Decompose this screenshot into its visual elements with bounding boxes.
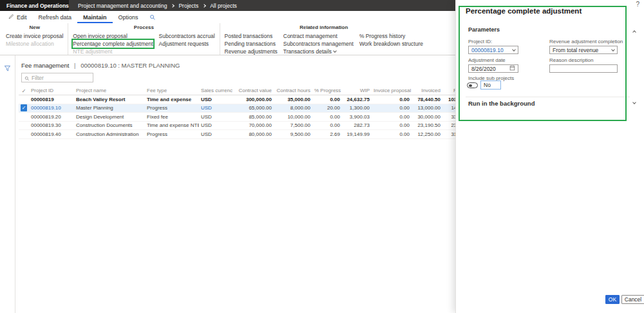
menu-item-adjustment-requests[interactable]: Adjustment requests [159, 40, 209, 48]
include-sub-projects-toggle[interactable] [467, 82, 478, 88]
grid-header-row: ✓ Project ID Project name Fee type Sales… [19, 86, 455, 95]
cell-wip: 1,300.00 [342, 105, 372, 111]
cell-invoiced: 13,000.00 [412, 105, 442, 111]
table-row[interactable]: 00000819.20 Design Development Fixed fee… [19, 113, 455, 122]
app-title[interactable]: Finance and Operations [0, 0, 69, 11]
menu-item-contract-management[interactable]: Contract management [283, 32, 337, 40]
menu-item-pending-transactions[interactable]: Pending transactions [225, 40, 276, 48]
parameters-section-header[interactable]: Parameters [468, 26, 500, 33]
cell-project-id[interactable]: 00000819 [29, 97, 74, 102]
cell-contract-value: 300,000.00 [232, 97, 274, 102]
menu-item-progress-history[interactable]: % Progress history [359, 32, 405, 40]
chevron-down-icon [512, 48, 516, 52]
tab-refresh-data[interactable]: Refresh data [33, 11, 78, 23]
reason-description-label: Reason description [549, 57, 620, 63]
search-icon[interactable] [144, 14, 161, 21]
menu-item-posted-transactions[interactable]: Posted transactions [225, 32, 273, 40]
table-row[interactable]: 00000819.30 Construction Documents Time … [19, 122, 455, 131]
grid-filter-input[interactable] [32, 75, 86, 81]
col-header-revenue[interactable]: Revenue [442, 88, 455, 93]
cell-progress: 20.00 [312, 105, 342, 111]
include-sub-projects-label: Include sub projects [468, 75, 539, 81]
reason-description-field[interactable] [549, 64, 618, 73]
calendar-icon[interactable] [509, 65, 515, 72]
row-checkbox-checked[interactable]: ✓ [19, 104, 29, 111]
cell-invoiced: 78,440.50 [412, 97, 442, 102]
help-icon[interactable]: ? [636, 1, 639, 8]
cell-fee-type: Time and expense [145, 97, 199, 102]
revenue-adjustment-completion-dropdown[interactable]: From total revenue [549, 46, 618, 54]
menu-item-percentage-complete-adjustment[interactable]: Percentage complete adjustment [73, 40, 153, 48]
col-header-invoiced[interactable]: Invoiced [412, 88, 442, 93]
col-header-contract-value[interactable]: Contract value [232, 88, 274, 93]
cell-progress: 2.69 [312, 131, 342, 137]
cell-sales-currency: USD [199, 131, 232, 137]
cell-project-name: Beach Valley Resort [74, 97, 145, 102]
tab-maintain[interactable]: Maintain [77, 11, 113, 23]
run-in-background-section-header[interactable]: Run in the background [468, 100, 535, 107]
cell-project-id[interactable]: 00000819.40 [29, 131, 74, 137]
action-pane-tabs: Edit Refresh data Maintain Options [0, 11, 455, 23]
cell-wip: 19,149.99 [342, 131, 372, 137]
table-row[interactable]: 00000819.40 Construction Administration … [19, 130, 455, 139]
dialog-title: Percentage complete adjustment [466, 7, 582, 15]
cancel-button[interactable]: Cancel [621, 295, 644, 304]
adjustment-date-label: Adjustment date [468, 57, 539, 63]
grid-caption: Fee management | 00000819.10 : MASTER PL… [15, 55, 455, 69]
breadcrumb-page[interactable]: All projects [210, 3, 237, 9]
col-header-fee-type[interactable]: Fee type [145, 88, 199, 93]
project-id-combobox[interactable]: 00000819.10 [468, 46, 518, 54]
col-header-project-name[interactable]: Project name [74, 88, 145, 93]
menu-item-subcontractors-accrual[interactable]: Subcontractors accrual [159, 32, 215, 40]
cell-project-name: Construction Documents [74, 122, 145, 128]
cell-revenue: 31,399.99 [442, 131, 455, 137]
grid-filter-box[interactable] [21, 73, 93, 82]
menu-item-transactions-details[interactable]: Transactions details [283, 48, 336, 55]
cell-progress: 0.00 [312, 97, 342, 102]
tab-edit-label: Edit [17, 14, 27, 21]
cell-project-id[interactable]: 00000819.30 [29, 122, 74, 128]
chevron-up-icon[interactable] [632, 30, 636, 34]
chevron-down-icon[interactable] [632, 100, 636, 104]
tab-options-label: Options [118, 14, 138, 21]
col-header-sales-currency[interactable]: Sales currency [199, 88, 232, 93]
cell-revenue: 33,900.03 [442, 114, 455, 120]
filter-funnel-icon[interactable] [4, 63, 11, 313]
col-header-project-id[interactable]: Project ID [29, 88, 74, 93]
grid-caption-separator: | [74, 62, 75, 69]
menu-item-create-invoice-proposal[interactable]: Create invoice proposal [6, 32, 63, 40]
adjustment-date-field[interactable]: 8/26/2020 [468, 64, 518, 73]
menu-item-revenue-adjustments[interactable]: Revenue adjustments [225, 48, 278, 55]
breadcrumb-area[interactable]: Projects [178, 3, 198, 9]
cell-fee-type: Progress [145, 131, 199, 137]
cell-project-id[interactable]: 00000819.20 [29, 114, 74, 120]
table-row[interactable]: 00000819 Beach Valley Resort Time and ex… [19, 95, 455, 104]
cell-project-id[interactable]: 00000819.10 [29, 105, 74, 111]
ok-button[interactable]: OK [605, 295, 620, 304]
include-sub-projects-value[interactable]: No [480, 81, 501, 90]
select-all-checkbox[interactable]: ✓ [19, 88, 29, 94]
col-header-invoice-proposal[interactable]: Invoice proposal [372, 88, 412, 93]
grid-caption-context: 00000819.10 : MASTER PLANNING [80, 62, 180, 69]
dialog-percentage-complete-adjustment: ? Percentage complete adjustment Paramet… [455, 0, 644, 313]
cell-invoice-proposal: 0.00 [372, 97, 412, 102]
toggle-knob [469, 84, 472, 88]
cell-fee-type: Time and expense NTE [145, 122, 199, 128]
breadcrumb: Project management and accounting Projec… [69, 0, 237, 11]
cell-invoiced: 23,190.50 [412, 122, 442, 128]
menu-item-nte-adjustment: NTE adjustment [73, 48, 112, 55]
cell-sales-currency: USD [199, 97, 232, 102]
section-divider [466, 97, 630, 97]
cell-project-name: Design Development [74, 114, 145, 120]
menu-item-subcontractors-management[interactable]: Subcontractors management [283, 40, 354, 48]
tab-edit[interactable]: Edit [3, 11, 33, 23]
breadcrumb-module[interactable]: Project management and accounting [78, 3, 167, 9]
col-header-progress[interactable]: % Progress [312, 88, 342, 93]
filter-pane-strip [0, 55, 15, 313]
tab-options[interactable]: Options [113, 11, 144, 23]
menu-item-open-invoice-proposal[interactable]: Open invoice proposal [73, 32, 128, 40]
col-header-contract-hours[interactable]: Contract hours [274, 88, 312, 93]
menu-item-work-breakdown-structure[interactable]: Work breakdown structure [359, 40, 423, 48]
table-row-selected[interactable]: ✓ 00000819.10 Master Planning Progress U… [19, 104, 455, 113]
col-header-wip[interactable]: WIP [342, 88, 372, 93]
